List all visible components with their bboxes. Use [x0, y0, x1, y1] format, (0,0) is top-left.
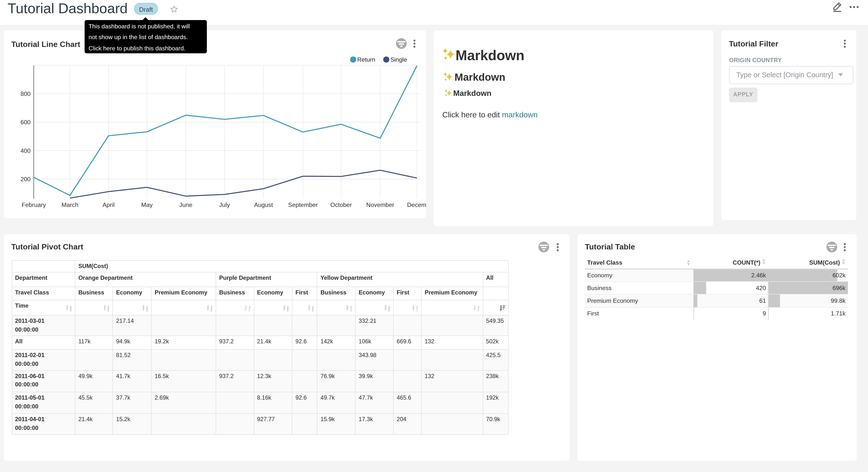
svg-text:February: February	[21, 202, 46, 208]
svg-text:800: 800	[20, 90, 30, 97]
svg-text:June: June	[179, 202, 192, 208]
svg-text:600: 600	[20, 119, 30, 125]
svg-text:May: May	[141, 202, 153, 208]
svg-text:400: 400	[20, 147, 30, 154]
svg-text:August: August	[254, 202, 273, 208]
svg-text:March: March	[61, 202, 78, 208]
svg-text:November: November	[366, 202, 394, 208]
svg-text:July: July	[219, 202, 230, 208]
svg-text:Single: Single	[390, 56, 407, 63]
svg-text:Return: Return	[357, 56, 375, 63]
svg-text:200: 200	[20, 176, 30, 182]
svg-text:December: December	[407, 202, 426, 208]
svg-text:September: September	[288, 202, 317, 208]
svg-text:April: April	[102, 202, 115, 208]
svg-text:October: October	[330, 202, 351, 208]
